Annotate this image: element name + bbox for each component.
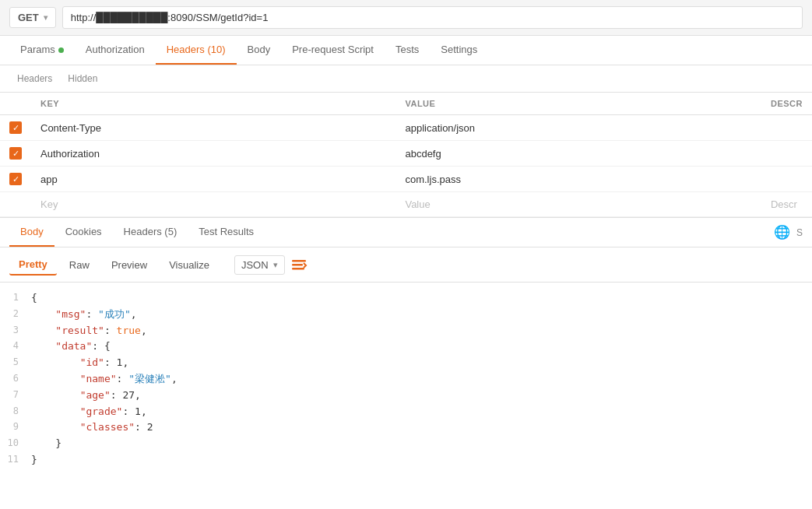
line-number: 3 <box>0 323 31 338</box>
line-number: 5 <box>0 355 31 370</box>
table-row: Content-Type application/json <box>0 115 812 141</box>
line-number: 2 <box>0 307 31 321</box>
key-cell[interactable]: app <box>31 167 395 192</box>
value-cell[interactable]: com.ljs.pass <box>395 167 761 192</box>
code-line: 1{ <box>0 290 812 307</box>
key-cell[interactable]: Authorization <box>31 141 395 167</box>
url-input[interactable] <box>62 6 803 29</box>
method-label: GET <box>18 12 39 23</box>
checkbox-row3[interactable] <box>9 173 22 185</box>
raw-button[interactable]: Raw <box>60 255 99 275</box>
tab-body[interactable]: Body <box>237 36 282 65</box>
code-line: 5 "id": 1, <box>0 355 812 371</box>
resp-icons: 🌐 S <box>774 224 803 240</box>
resp-tab-test-results[interactable]: Test Results <box>188 218 265 247</box>
response-tabs: Body Cookies Headers (5) Test Results 🌐 … <box>0 217 812 247</box>
request-tabs: Params Authorization Headers (10) Body P… <box>0 36 812 65</box>
code-line: 8 "grade": 1, <box>0 404 812 420</box>
code-line: 7 "age": 27, <box>0 388 812 404</box>
table-row: Authorization abcdefg <box>0 141 812 167</box>
line-number: 6 <box>0 371 31 386</box>
code-line: 10 } <box>0 436 812 452</box>
globe-icon: 🌐 <box>774 224 790 240</box>
code-line: 9 "classes": 2 <box>0 419 812 436</box>
url-bar: GET ▾ <box>0 0 812 36</box>
code-line: 6 "name": "梁健淞", <box>0 371 812 388</box>
tab-tests[interactable]: Tests <box>385 36 430 65</box>
key-cell[interactable]: Content-Type <box>31 115 395 141</box>
pretty-button[interactable]: Pretty <box>9 254 57 276</box>
resp-tab-headers[interactable]: Headers (5) <box>113 218 188 247</box>
checkbox-row2[interactable] <box>9 147 22 160</box>
code-line: 11} <box>0 452 812 469</box>
desc-cell[interactable] <box>761 141 812 167</box>
code-line: 4 "data": { <box>0 339 812 355</box>
line-number: 4 <box>0 339 31 353</box>
desc-placeholder[interactable]: Descr <box>761 192 812 217</box>
headers-table: KEY VALUE DESCR Content-Type application… <box>0 93 812 217</box>
col-key: KEY <box>31 93 395 115</box>
method-dropdown[interactable]: GET ▾ <box>9 7 56 28</box>
table-row: app com.ljs.pass <box>0 167 812 192</box>
col-desc: DESCR <box>761 93 812 115</box>
tab-settings[interactable]: Settings <box>430 36 488 65</box>
desc-cell[interactable] <box>761 115 812 141</box>
line-number: 1 <box>0 290 31 305</box>
line-number: 9 <box>0 419 31 434</box>
sub-tab-hidden[interactable]: Hidden <box>60 70 105 87</box>
checkbox-row1[interactable] <box>9 121 22 134</box>
desc-cell[interactable] <box>761 167 812 192</box>
chevron-down-icon: ▾ <box>44 13 47 22</box>
resp-tab-body[interactable]: Body <box>9 218 54 247</box>
format-label: JSON <box>241 259 269 271</box>
tab-params[interactable]: Params <box>9 36 75 65</box>
tab-authorization[interactable]: Authorization <box>75 36 156 65</box>
sub-tab-headers[interactable]: Headers <box>9 70 60 87</box>
sub-header-row: Headers Hidden <box>0 65 812 93</box>
preview-button[interactable]: Preview <box>102 255 156 275</box>
visualize-button[interactable]: Visualize <box>160 255 219 275</box>
value-cell[interactable]: application/json <box>395 115 761 141</box>
value-placeholder[interactable]: Value <box>395 192 761 217</box>
line-number: 8 <box>0 404 31 419</box>
line-number: 10 <box>0 436 31 451</box>
code-line: 2 "msg": "成功", <box>0 307 812 323</box>
body-toolbar: Pretty Raw Preview Visualize JSON ▾ <box>0 247 812 283</box>
col-value: VALUE <box>395 93 761 115</box>
table-row-placeholder: Key Value Descr <box>0 192 812 217</box>
code-area: 1{2 "msg": "成功",3 "result": true,4 "data… <box>0 283 812 476</box>
wrap-icon[interactable] <box>288 254 310 276</box>
line-number: 11 <box>0 452 31 467</box>
resp-tab-cookies[interactable]: Cookies <box>54 218 113 247</box>
code-line: 3 "result": true, <box>0 323 812 339</box>
svg-rect-1 <box>292 264 303 266</box>
headers-table-wrapper: KEY VALUE DESCR Content-Type application… <box>0 93 812 217</box>
svg-rect-2 <box>292 268 304 270</box>
status-text: S <box>796 227 803 238</box>
tab-headers[interactable]: Headers (10) <box>156 36 237 65</box>
key-placeholder[interactable]: Key <box>31 192 395 217</box>
line-number: 7 <box>0 388 31 402</box>
svg-rect-0 <box>292 260 306 262</box>
value-cell[interactable]: abcdefg <box>395 141 761 167</box>
col-check <box>0 93 31 115</box>
format-selector[interactable]: JSON ▾ <box>234 255 285 275</box>
tab-prerequest[interactable]: Pre-request Script <box>281 36 385 65</box>
chevron-down-icon: ▾ <box>273 260 278 270</box>
